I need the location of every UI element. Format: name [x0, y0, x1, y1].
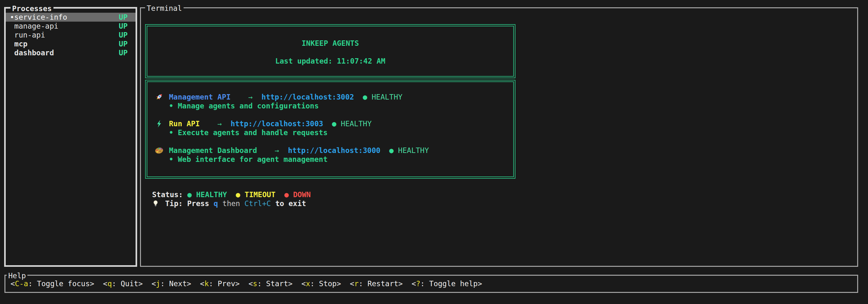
legend-label: HEALTHY — [196, 190, 227, 199]
processes-panel-title: Processes — [10, 4, 54, 13]
process-name: run-api — [14, 31, 45, 39]
service-description: Manage agents and configurations — [178, 102, 319, 110]
service-entry: Management API→http://localhost:3002●HEA… — [154, 93, 513, 110]
process-status: UP — [119, 13, 128, 22]
shortcut-separator: : — [257, 279, 266, 288]
bullet-glyph: • — [169, 129, 174, 137]
health-dot: ● — [389, 146, 394, 155]
process-name: mcp — [14, 40, 28, 48]
tip-key-ctrl-c: Ctrl+C — [244, 199, 271, 208]
tui-screen: { "processes_panel": { "title": "Process… — [0, 0, 868, 304]
shortcut-separator: : — [209, 279, 218, 288]
lightbulb-icon — [152, 199, 159, 208]
process-row[interactable]: •service-infoUP — [6, 13, 135, 22]
help-shortcut: <j: Next> — [151, 279, 191, 288]
bracket-close: > — [337, 279, 341, 288]
process-row[interactable]: dashboardUP — [6, 48, 135, 57]
help-shortcut: <k: Prev> — [200, 279, 240, 288]
service-name: Management Dashboard — [169, 146, 257, 155]
shortcut-key: C-a — [15, 279, 28, 288]
help-shortcut: <r: Restart> — [350, 279, 403, 288]
status-legend-label: Status: — [152, 190, 183, 199]
service-status: HEALTHY — [341, 119, 372, 128]
bracket-open: < — [103, 279, 107, 288]
shortcut-key: r — [354, 279, 359, 288]
palette-icon — [154, 146, 164, 155]
arrow-glyph: → — [248, 93, 253, 101]
health-dot: ● — [363, 93, 367, 101]
help-panel: Help <C-a: Toggle focus> <q: Quit> <j: N… — [4, 275, 858, 293]
help-shortcut: <C-a: Toggle focus> — [10, 279, 94, 288]
bracket-open: < — [200, 279, 205, 288]
terminal-panel-title: Terminal — [145, 4, 184, 12]
shortcut-label: Next — [169, 279, 187, 288]
service-name: Management API — [169, 93, 231, 101]
inkeep-agents-title: INKEEP AGENTS — [147, 39, 513, 48]
process-row[interactable]: manage-apiUP — [6, 22, 135, 31]
bullet-glyph: • — [169, 155, 174, 164]
bracket-close: > — [398, 279, 403, 288]
selected-marker — [10, 40, 14, 48]
bracket-close: > — [477, 279, 482, 288]
bracket-close: > — [187, 279, 191, 288]
status-legend-entry: ●TIMEOUT — [236, 190, 276, 199]
legend-label: TIMEOUT — [245, 190, 276, 199]
bracket-open: < — [301, 279, 306, 288]
help-shortcut-list: <C-a: Toggle focus> <q: Quit> <j: Next> … — [5, 276, 857, 288]
shortcut-separator: : — [160, 279, 169, 288]
shortcut-label: Start — [266, 279, 288, 288]
service-url: http://localhost:3000 — [288, 146, 380, 155]
legend-dot: ● — [236, 190, 240, 199]
bracket-open: < — [411, 279, 416, 288]
status-legend: Status: ●HEALTHY ●TIMEOUT ●DOWN — [152, 190, 857, 199]
shortcut-separator: : — [359, 279, 368, 288]
process-status: UP — [119, 31, 128, 39]
status-legend-entry: ●HEALTHY — [187, 190, 227, 199]
bullet-glyph: • — [169, 102, 174, 110]
shortcut-key: q — [107, 279, 112, 288]
process-status: UP — [119, 48, 128, 57]
bracket-open: < — [10, 279, 15, 288]
tip-key-q: q — [214, 199, 218, 208]
shortcut-label: Toggle help — [429, 279, 477, 288]
service-url: http://localhost:3002 — [261, 93, 354, 101]
shortcut-label: Stop — [319, 279, 337, 288]
help-shortcut: <?: Toggle help> — [411, 279, 482, 288]
help-shortcut: <s: Start> — [248, 279, 293, 288]
service-description: Web interface for agent management — [178, 155, 328, 164]
process-row[interactable]: mcpUP — [6, 39, 135, 48]
help-shortcut: <q: Quit> — [103, 279, 143, 288]
process-name: manage-api — [14, 22, 58, 30]
service-list: Management API→http://localhost:3002●HEA… — [154, 93, 513, 164]
arrow-glyph: → — [275, 146, 279, 155]
process-name: service-info — [14, 13, 67, 21]
arrow-glyph: → — [217, 119, 222, 128]
shortcut-separator: : — [310, 279, 319, 288]
process-row[interactable]: run-apiUP — [6, 31, 135, 39]
legend-dot: ● — [187, 190, 192, 199]
selected-marker — [10, 22, 14, 30]
services-box: Management API→http://localhost:3002●HEA… — [145, 80, 516, 179]
service-status: HEALTHY — [372, 93, 403, 101]
help-panel-title: Help — [7, 272, 27, 280]
shortcut-key: s — [253, 279, 257, 288]
bracket-close: > — [235, 279, 240, 288]
shortcut-key: x — [306, 279, 310, 288]
health-dot: ● — [332, 119, 336, 128]
service-entry: Management Dashboard→http://localhost:30… — [154, 146, 513, 164]
service-description: Execute agents and handle requests — [178, 129, 328, 137]
process-name: dashboard — [14, 49, 54, 57]
selected-marker: • — [10, 13, 14, 21]
terminal-panel: Terminal INKEEP AGENTS Last updated: 11:… — [140, 7, 858, 267]
shortcut-key: k — [204, 279, 209, 288]
status-legend-entry: ●DOWN — [284, 190, 311, 199]
selected-marker — [10, 49, 14, 57]
legend-dot: ● — [284, 190, 288, 199]
bracket-open: < — [151, 279, 156, 288]
shortcut-key: ? — [416, 279, 420, 288]
shortcut-label: Restart — [368, 279, 398, 288]
shortcut-label: Toggle focus — [37, 279, 90, 288]
shortcut-separator: : — [112, 279, 121, 288]
rocket-icon — [154, 92, 164, 102]
tip-line: Tip: Press q then Ctrl+C to exit — [152, 199, 857, 208]
